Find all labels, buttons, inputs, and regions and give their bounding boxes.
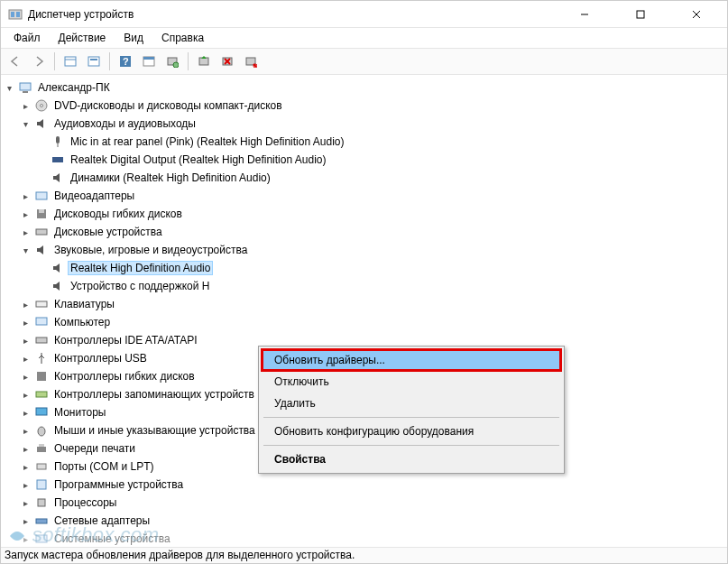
tree-label: Realtek Digital Output (Realtek High Def… [68, 153, 328, 167]
ide-icon [34, 333, 49, 347]
tree-label: Сетевые адаптеры [51, 513, 152, 528]
svg-rect-34 [36, 301, 47, 307]
expand-icon[interactable]: ▸ [19, 516, 32, 526]
expand-icon[interactable]: ▸ [19, 444, 32, 454]
tree-item-spdif[interactable]: Realtek Digital Output (Realtek High Def… [3, 151, 725, 169]
ctx-scan-hardware[interactable]: Обновить конфигурацию оборудования [262, 421, 561, 442]
uninstall-icon[interactable] [217, 51, 238, 72]
view-resources-icon[interactable] [83, 51, 105, 72]
expand-icon[interactable]: ▸ [19, 498, 32, 508]
ctx-uninstall[interactable]: Удалить [262, 393, 561, 414]
tree-item-speakers[interactable]: Динамики (Realtek High Definition Audio) [3, 169, 725, 187]
tree-item-floppy[interactable]: ▸ Дисководы гибких дисков [3, 205, 725, 223]
network-icon [34, 513, 49, 528]
svg-rect-2 [16, 12, 20, 17]
scan-hardware-icon[interactable] [161, 51, 183, 72]
speaker-icon [34, 116, 49, 131]
tree-label: Mic in at rear panel (Pink) (Realtek Hig… [68, 134, 346, 149]
tree-item-processors[interactable]: ▸ Процессоры [3, 494, 725, 512]
tree-item-mic[interactable]: Mic in at rear panel (Pink) (Realtek Hig… [3, 133, 725, 151]
tree-item-video[interactable]: ▸ Видеоадаптеры [3, 187, 725, 205]
disable-icon[interactable] [240, 51, 262, 72]
tree-label: Дисководы гибких дисков [51, 207, 185, 221]
expand-icon[interactable]: ▸ [19, 227, 32, 237]
software-icon [34, 477, 49, 492]
svg-rect-35 [36, 318, 47, 325]
menubar: Файл Действие Вид Справка [1, 28, 727, 48]
tree-label: Контроллеры запоминающих устройств [51, 387, 257, 402]
cpu-icon [34, 495, 49, 510]
svg-rect-42 [39, 444, 44, 447]
tree-item-system[interactable]: ▸ Системные устройства [3, 530, 725, 547]
menu-file[interactable]: Файл [6, 30, 48, 46]
tree-item-dvd[interactable]: ▸ DVD-дисководы и дисководы компакт-диск… [3, 97, 725, 115]
ctx-disable[interactable]: Отключить [262, 371, 561, 393]
floppy-icon [34, 207, 49, 221]
forward-button[interactable] [28, 51, 50, 72]
speaker-icon [51, 261, 65, 275]
expand-icon[interactable]: ▸ [19, 101, 32, 111]
collapse-icon[interactable]: ▾ [3, 83, 15, 93]
statusbar: Запуск мастера обновления драйверов для … [1, 547, 727, 563]
tree-label: Мыши и иные указывающие устройства [51, 423, 258, 438]
ctx-update-drivers[interactable]: Обновить драйверы... [262, 349, 561, 371]
svg-rect-17 [199, 58, 208, 65]
printer-icon [34, 441, 49, 456]
tree-item-software[interactable]: ▸ Программные устройства [3, 476, 725, 494]
expand-icon[interactable]: ▸ [19, 354, 32, 364]
expand-icon[interactable]: ▸ [19, 462, 32, 472]
view-devices-icon[interactable] [60, 51, 81, 72]
expand-icon[interactable]: ▸ [19, 408, 32, 418]
expand-icon[interactable]: ▸ [19, 300, 32, 310]
context-menu: Обновить драйверы... Отключить Удалить О… [258, 346, 565, 474]
expand-icon[interactable]: ▸ [19, 390, 32, 400]
svg-rect-4 [637, 11, 644, 18]
tree-item-network[interactable]: ▸ Сетевые адаптеры [3, 512, 725, 530]
expand-icon[interactable]: ▸ [19, 480, 32, 490]
expand-icon[interactable]: ▸ [19, 372, 32, 382]
storage-icon [34, 387, 49, 402]
tree-item-audio-io[interactable]: ▾ Аудиовходы и аудиовыходы [3, 115, 725, 133]
expand-icon[interactable]: ▸ [19, 426, 32, 436]
tree-label: Программные устройства [51, 477, 186, 492]
expand-icon[interactable]: ▸ [19, 534, 32, 544]
expand-icon[interactable]: ▸ [19, 318, 32, 328]
svg-rect-24 [23, 91, 28, 93]
svg-point-26 [41, 105, 43, 107]
ctx-properties[interactable]: Свойства [262, 448, 561, 470]
collapse-icon[interactable]: ▾ [19, 119, 32, 129]
tree-root[interactable]: ▾ Александр-ПК [3, 79, 725, 97]
menu-view[interactable]: Вид [116, 30, 151, 46]
menu-action[interactable]: Действие [51, 30, 114, 46]
tree-label: Александр-ПК [35, 80, 113, 95]
tree-item-disks[interactable]: ▸ Дисковые устройства [3, 223, 725, 241]
tree-label: Динамики (Realtek High Definition Audio) [68, 171, 273, 185]
close-button[interactable] [677, 2, 716, 27]
port-icon [34, 459, 49, 474]
microphone-icon [51, 134, 65, 149]
tree-item-computer[interactable]: ▸ Компьютер [3, 313, 725, 331]
tree-item-keyboards[interactable]: ▸ Клавиатуры [3, 295, 725, 313]
svg-rect-27 [56, 136, 60, 143]
svg-rect-47 [36, 535, 47, 542]
titlebar: Диспетчер устройств [1, 1, 727, 28]
svg-rect-9 [88, 57, 99, 66]
collapse-icon[interactable]: ▾ [19, 245, 32, 255]
device-tree[interactable]: ▾ Александр-ПК ▸ DVD-дисководы и дисково… [1, 75, 727, 547]
svg-rect-32 [39, 209, 44, 213]
help-icon[interactable]: ? [115, 51, 136, 72]
tree-label: Звуковые, игровые и видеоустройства [51, 243, 250, 257]
back-button[interactable] [5, 51, 26, 72]
expand-icon[interactable]: ▸ [19, 191, 32, 201]
tree-item-realtek[interactable]: Realtek High Definition Audio [3, 259, 725, 277]
properties-icon[interactable] [138, 51, 160, 72]
expand-icon[interactable]: ▸ [19, 209, 32, 219]
expand-icon[interactable]: ▸ [19, 336, 32, 346]
tree-item-hd-support[interactable]: Устройство с поддержкой H [3, 277, 725, 295]
update-driver-icon[interactable] [193, 51, 215, 72]
menu-help[interactable]: Справка [154, 30, 211, 46]
minimize-button[interactable] [565, 2, 604, 27]
maximize-button[interactable] [621, 2, 660, 27]
tree-item-sound-game[interactable]: ▾ Звуковые, игровые и видеоустройства [3, 241, 725, 259]
speaker-icon [34, 243, 49, 257]
